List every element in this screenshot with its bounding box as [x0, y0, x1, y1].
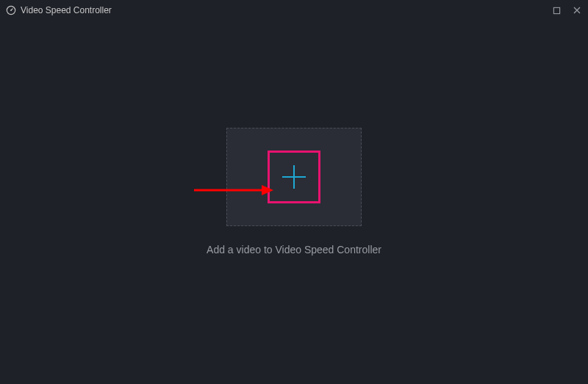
add-video-dropzone[interactable] [226, 128, 362, 226]
app-icon [6, 5, 16, 15]
titlebar-left: Video Speed Controller [6, 5, 112, 15]
titlebar: Video Speed Controller [0, 0, 588, 21]
instruction-text: Add a video to Video Speed Controller [207, 244, 381, 256]
svg-point-1 [10, 10, 12, 11]
plus-icon [279, 162, 309, 192]
svg-rect-2 [553, 7, 559, 13]
app-title: Video Speed Controller [21, 5, 112, 15]
close-button[interactable] [572, 5, 582, 15]
main-content: Add a video to Video Speed Controller [0, 21, 588, 384]
maximize-button[interactable] [551, 5, 562, 15]
titlebar-controls [551, 5, 582, 15]
highlight-annotation [268, 151, 320, 203]
